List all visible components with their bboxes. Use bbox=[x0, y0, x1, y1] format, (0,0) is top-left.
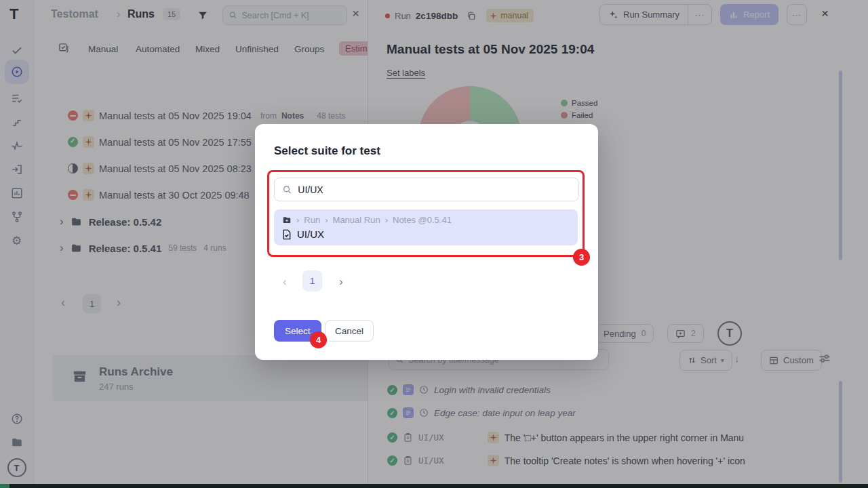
cancel-button[interactable]: Cancel bbox=[325, 320, 374, 342]
screen-edge-strip bbox=[0, 484, 868, 488]
annotation-step-3: 3 bbox=[573, 249, 590, 266]
modal-title: Select suite for test bbox=[274, 144, 380, 158]
annotation-rectangle bbox=[267, 170, 585, 257]
modal-prev-page-icon[interactable]: ‹ bbox=[283, 275, 287, 289]
modal-page-number[interactable]: 1 bbox=[302, 270, 322, 291]
screen-edge-accent bbox=[0, 484, 9, 488]
modal-next-page-icon[interactable]: › bbox=[339, 275, 343, 289]
annotation-step-4: 4 bbox=[310, 331, 327, 348]
